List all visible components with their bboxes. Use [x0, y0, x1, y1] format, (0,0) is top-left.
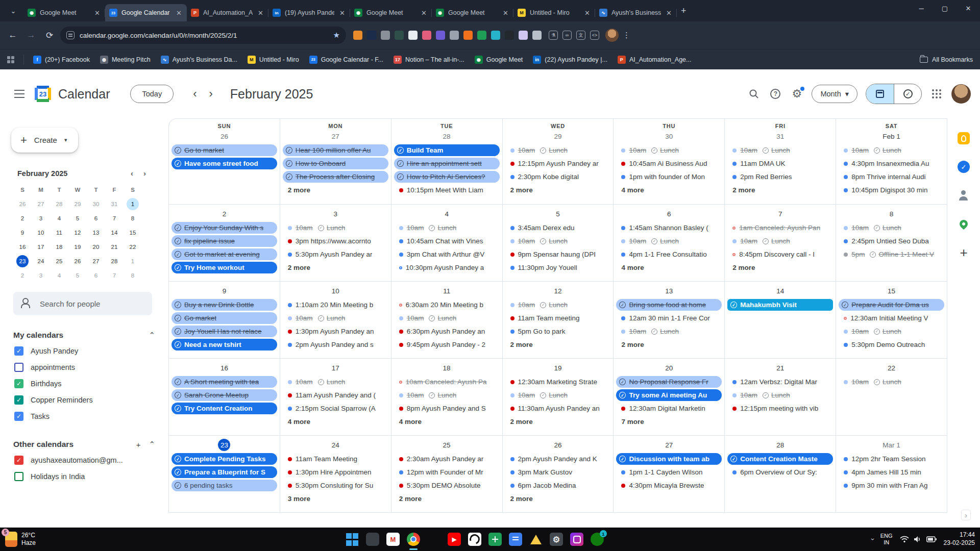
event-chip[interactable]: 10am✓Lunch	[727, 144, 833, 156]
calendar-day-cell[interactable]: 1710am✓Lunch11am Ayush Pandey and (2:15p…	[280, 359, 391, 436]
event-chip[interactable]: 10am✓Lunch	[727, 389, 833, 401]
event-chip[interactable]: 10am✓Lunch	[616, 325, 722, 337]
url-text[interactable]: calendar.google.com/calendar/u/0/r/month…	[80, 32, 328, 39]
date-number[interactable]: 14	[726, 285, 834, 297]
event-chip[interactable]: 9:45pm Ayush Pandey - 2	[394, 339, 500, 350]
event-chip[interactable]: 10:45pm Digispot 30 min	[839, 184, 944, 196]
event-chip[interactable]: 6:30am 20 Min Meeting b	[394, 299, 500, 311]
mini-calendar-day[interactable]: 28	[50, 197, 68, 211]
calendar-list-item[interactable]: ✓Tasks	[8, 408, 168, 424]
event-chip[interactable]: 6pm Overview of Our Sy:	[727, 466, 833, 478]
event-chip[interactable]: 10am✓Lunch	[283, 222, 388, 234]
mini-calendar-day[interactable]: 10	[32, 226, 50, 240]
side-panel-expand-icon[interactable]: ›	[961, 510, 971, 520]
event-chip[interactable]: 10:45am Chat with Vines	[394, 235, 500, 247]
browser-tab[interactable]: ∿Ayush's Business✕	[595, 4, 677, 21]
task-chip[interactable]: ✓How to Pitch Ai Services?	[394, 171, 500, 183]
wifi-icon[interactable]	[900, 536, 909, 543]
event-chip[interactable]: 9pm Spensar haung (DPI	[505, 248, 611, 260]
bookmark-item[interactable]: 23Google Calendar - F...	[309, 56, 383, 64]
start-taskbar-icon[interactable]	[346, 533, 359, 546]
volume-icon[interactable]	[914, 536, 922, 543]
task-chip[interactable]: ✓Hire an appointment sett	[394, 158, 500, 169]
event-chip[interactable]: 2:15pm Social Sparrow (A	[283, 403, 388, 414]
mini-calendar-day[interactable]: 3	[32, 268, 50, 283]
mini-calendar-day[interactable]: 25	[50, 254, 68, 268]
calendar-day-cell[interactable]: 61:45am Shannon Basley (10am✓Lunch4pm 1-…	[614, 205, 725, 282]
event-chip[interactable]: 3pm Chat with Arthur @V	[394, 248, 500, 260]
new-tab-button[interactable]: +	[681, 6, 687, 16]
date-number[interactable]: 19	[504, 362, 612, 374]
extension-icon[interactable]	[367, 31, 376, 40]
calendar-day-cell[interactable]: 13✓Bring some food at home12am 30 min 1-…	[614, 282, 725, 359]
unchecked-checkbox[interactable]	[14, 472, 23, 481]
event-chip[interactable]: 10am✓Lunch	[394, 389, 500, 401]
contacts-icon[interactable]	[957, 189, 970, 202]
reload-button[interactable]: ⟳	[42, 28, 57, 43]
event-chip[interactable]: 10:15pm Meet With Liam	[394, 184, 500, 196]
mini-calendar-day[interactable]: 30	[87, 197, 105, 211]
my-calendars-collapse-icon[interactable]: ⌃	[144, 331, 159, 340]
event-chip[interactable]: 10am✓Lunch	[505, 299, 611, 311]
event-chip[interactable]: 10am✓Lunch	[616, 235, 722, 247]
sheets-taskbar-icon[interactable]	[488, 533, 502, 546]
calendar-list-item[interactable]: ✓Copper Reminders	[8, 392, 168, 408]
mini-calendar-day[interactable]: 26	[68, 254, 87, 268]
calendar-day-cell[interactable]: 71am Canceled: Ayush Pan10am✓Lunch8:45pm…	[725, 205, 836, 282]
browser-tab[interactable]: ◉Google Meet✕	[350, 4, 432, 21]
gmail-taskbar-icon[interactable]: M	[386, 533, 400, 546]
tab-close-icon[interactable]: ✕	[583, 9, 591, 17]
bookmark-item[interactable]: ◉Google Meet	[475, 56, 523, 64]
calendar-day-cell[interactable]: 1810am Canceled: Ayush Pa10am✓Lunch8pm A…	[391, 359, 503, 436]
checked-checkbox[interactable]: ✓	[14, 395, 23, 405]
date-number[interactable]: 31	[726, 130, 834, 142]
task-chip[interactable]: ✓No Proposal Response Fr	[616, 376, 722, 388]
event-chip[interactable]: 6pm Jacob Medina	[505, 480, 611, 491]
mini-calendar-day[interactable]: 18	[50, 240, 68, 254]
event-chip[interactable]: 10am✓Lunch	[616, 144, 722, 156]
calendar-list-item[interactable]: ✓ayushaxeautomation@gm...	[8, 452, 168, 468]
task-chip[interactable]: ✓Discussion with team ab	[616, 453, 722, 465]
mini-calendar-day[interactable]: 15	[124, 226, 142, 240]
event-chip[interactable]: 11am DMA UK	[727, 158, 833, 169]
browser-tab[interactable]: ◉Google Meet✕	[23, 4, 105, 21]
more-events-link[interactable]: 4 more	[615, 184, 723, 195]
device-taskbar-icon[interactable]	[366, 533, 379, 546]
date-number[interactable]: 4	[393, 208, 501, 220]
date-number[interactable]: 23	[170, 439, 278, 451]
user-avatar[interactable]	[951, 84, 971, 104]
task-chip[interactable]: ✓Content Creation Maste	[727, 453, 833, 465]
task-chip[interactable]: ✓Mahakumbh Visit	[727, 299, 833, 311]
task-chip[interactable]: ✓A Short meeting with tea	[172, 376, 277, 388]
browser-tab[interactable]: ◉Google Meet✕	[432, 4, 513, 21]
mini-calendar-next-icon[interactable]: ›	[138, 169, 151, 178]
event-chip[interactable]: 12:30am Marketing Strate	[505, 376, 611, 388]
mini-calendar-day[interactable]: 3	[32, 211, 50, 226]
event-chip[interactable]: 1am Canceled: Ayush Pan	[727, 222, 833, 234]
more-events-link[interactable]: 4 more	[282, 416, 389, 427]
date-number[interactable]: 17	[282, 362, 389, 374]
event-chip[interactable]: 3:45am Derex edu	[505, 222, 611, 234]
mini-calendar-day[interactable]: 14	[105, 226, 124, 240]
translate-icon[interactable]: 文	[576, 31, 585, 40]
mini-calendar-day[interactable]: 24	[32, 254, 50, 268]
more-events-link[interactable]: 2 more	[282, 184, 389, 195]
mini-calendar-day[interactable]: 27	[87, 254, 105, 268]
event-chip[interactable]: 12am Verbsz: Digital Mar	[727, 376, 833, 388]
mini-calendar-day[interactable]: 8	[124, 211, 142, 226]
mini-calendar-day[interactable]: 9	[13, 226, 32, 240]
link-icon[interactable]: ∞	[562, 31, 572, 40]
calendar-day-cell[interactable]: 1912:30am Marketing Strate10am✓Lunch11:3…	[503, 359, 614, 436]
more-events-link[interactable]: 4 more	[615, 262, 723, 273]
event-chip[interactable]: 10am✓Lunch	[505, 389, 611, 401]
event-chip[interactable]: 9pm 30 min with Fran Ag	[839, 480, 944, 491]
calendar-day-cell[interactable]: MON27✓Hear 100 million offer Au✓How to O…	[280, 119, 391, 205]
calendar-list-item[interactable]: ✓Ayush Pandey	[8, 343, 168, 359]
calendar-day-cell[interactable]: 116:30am 20 Min Meeting b10am✓Lunch6:30p…	[391, 282, 503, 359]
task-chip[interactable]: ✓Joy Youell Has not relace	[172, 325, 277, 337]
extension-icon[interactable]	[519, 31, 528, 40]
date-number[interactable]: 20	[615, 362, 723, 374]
calendar-day-cell[interactable]: 810am✓Lunch2:45pm Untied Seo Duba5pm✓Off…	[836, 205, 947, 282]
extension-icon[interactable]	[381, 31, 390, 40]
bookmark-item[interactable]: ∿Ayush's Business Da...	[161, 56, 237, 64]
